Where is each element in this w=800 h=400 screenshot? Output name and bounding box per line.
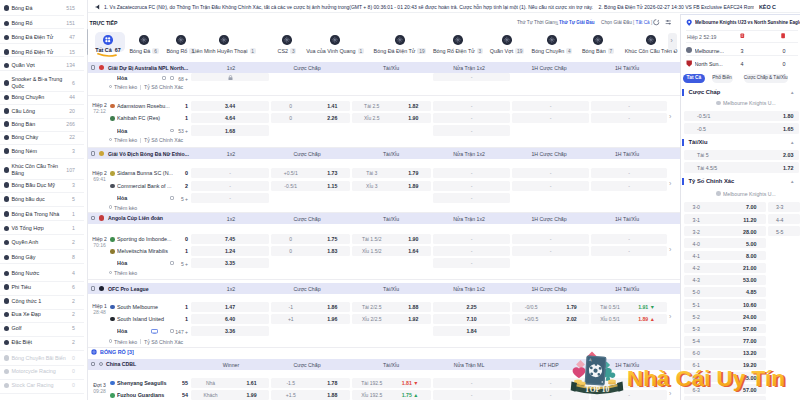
svg-text:Nhà Cái Uy Tín: Nhà Cái Uy Tín [627,366,785,391]
svg-text:A: A [589,357,592,362]
svg-text:TOP 10: TOP 10 [585,385,610,394]
